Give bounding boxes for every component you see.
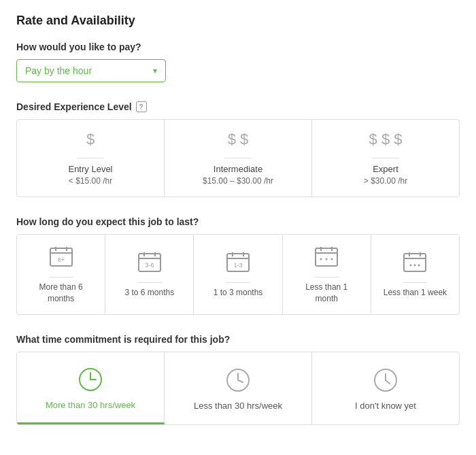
- entry-label: Entry Level: [68, 164, 112, 174]
- divider: [137, 282, 162, 283]
- svg-text:3-6: 3-6: [145, 262, 154, 269]
- svg-line-37: [386, 380, 390, 384]
- duration-3to6-label: 3 to 6 months: [124, 287, 174, 299]
- dollar-triple-icon: $ $ $: [369, 132, 403, 147]
- svg-line-34: [238, 380, 243, 382]
- duration-lt1month-label: Less than 1month: [305, 282, 347, 305]
- calendar-lt1week-icon: [403, 251, 427, 273]
- time-label: What time commitment is required for thi…: [16, 334, 460, 345]
- duration-lt1week-label: Less than 1 week: [384, 287, 447, 299]
- experience-cards: $ Entry Level < $15.00 /hr $ $ Intermedi…: [16, 119, 460, 197]
- duration-cards: 6+ More than 6months 3-6 3 to 6 months: [16, 234, 460, 315]
- experience-card-entry[interactable]: $ Entry Level < $15.00 /hr: [17, 120, 165, 197]
- svg-point-28: [418, 265, 420, 267]
- duration-6plus-label: More than 6months: [39, 282, 83, 305]
- dollar-double-icon: $ $: [228, 132, 249, 147]
- svg-rect-22: [404, 254, 426, 271]
- svg-text:6+: 6+: [57, 256, 64, 263]
- clock-30plus-icon: [77, 366, 104, 393]
- experience-label: Desired Experience Level ?: [16, 101, 460, 112]
- divider: [403, 282, 427, 283]
- expert-sublabel: > $30.00 /hr: [364, 176, 407, 186]
- chevron-down-icon: ▾: [153, 66, 157, 75]
- svg-point-26: [410, 265, 412, 267]
- calendar-3to6-icon: 3-6: [137, 251, 162, 273]
- time-unknown-label: I don't know yet: [355, 401, 416, 411]
- divider: [314, 277, 339, 277]
- intermediate-sublabel: $15.00 – $30.00 /hr: [203, 176, 273, 186]
- clock-lt30-icon: [224, 367, 252, 394]
- pay-dropdown-value: Pay by the hour: [25, 65, 92, 76]
- duration-label: How long do you expect this job to last?: [16, 216, 460, 227]
- pay-section: How would you like to pay? Pay by the ho…: [16, 41, 460, 82]
- time-card-lt30[interactable]: Less than 30 hrs/week: [165, 352, 312, 424]
- duration-1to3[interactable]: 1-3 1 to 3 months: [194, 235, 282, 314]
- expert-label: Expert: [373, 164, 398, 174]
- time-card-30plus[interactable]: More than 30 hrs/week: [17, 352, 165, 424]
- time-cards: More than 30 hrs/week Less than 30 hrs/w…: [16, 352, 460, 425]
- duration-1to3-label: 1 to 3 months: [214, 287, 263, 299]
- pay-dropdown[interactable]: Pay by the hour ▾: [16, 59, 166, 82]
- svg-rect-15: [316, 248, 337, 266]
- experience-card-intermediate[interactable]: $ $ Intermediate $15.00 – $30.00 /hr: [165, 120, 312, 197]
- experience-card-expert[interactable]: $ $ $ Expert > $30.00 /hr: [312, 120, 459, 197]
- divider: [49, 277, 73, 277]
- entry-sublabel: < $15.00 /hr: [69, 176, 112, 186]
- intermediate-label: Intermediate: [214, 164, 262, 174]
- dollar-single-icon: $: [86, 132, 95, 147]
- svg-point-20: [326, 258, 328, 260]
- divider: [372, 158, 399, 158]
- svg-point-27: [414, 265, 416, 267]
- duration-section: How long do you expect this job to last?…: [16, 216, 460, 315]
- time-card-unknown[interactable]: I don't know yet: [312, 352, 459, 424]
- calendar-6plus-icon: 6+: [49, 246, 73, 267]
- experience-section: Desired Experience Level ? $ Entry Level…: [16, 101, 460, 197]
- clock-unknown-icon: [372, 367, 399, 394]
- calendar-1to3-icon: 1-3: [226, 251, 250, 273]
- svg-text:1-3: 1-3: [233, 262, 242, 269]
- pay-label: How would you like to pay?: [16, 41, 460, 52]
- help-icon[interactable]: ?: [136, 101, 147, 112]
- divider: [224, 158, 252, 158]
- time-section: What time commitment is required for thi…: [16, 334, 460, 425]
- page-title: Rate and Availability: [16, 14, 460, 28]
- svg-point-21: [331, 258, 333, 260]
- time-30plus-label: More than 30 hrs/week: [46, 400, 135, 410]
- time-lt30-label: Less than 30 hrs/week: [194, 401, 282, 411]
- duration-lt1week[interactable]: Less than 1 week: [371, 235, 459, 314]
- duration-6plus[interactable]: 6+ More than 6months: [17, 235, 105, 314]
- duration-lt1month[interactable]: Less than 1month: [283, 235, 371, 314]
- calendar-lt1month-icon: [314, 246, 339, 267]
- svg-point-19: [320, 258, 322, 260]
- divider: [77, 158, 104, 158]
- divider: [226, 282, 250, 283]
- duration-3to6[interactable]: 3-6 3 to 6 months: [105, 235, 194, 314]
